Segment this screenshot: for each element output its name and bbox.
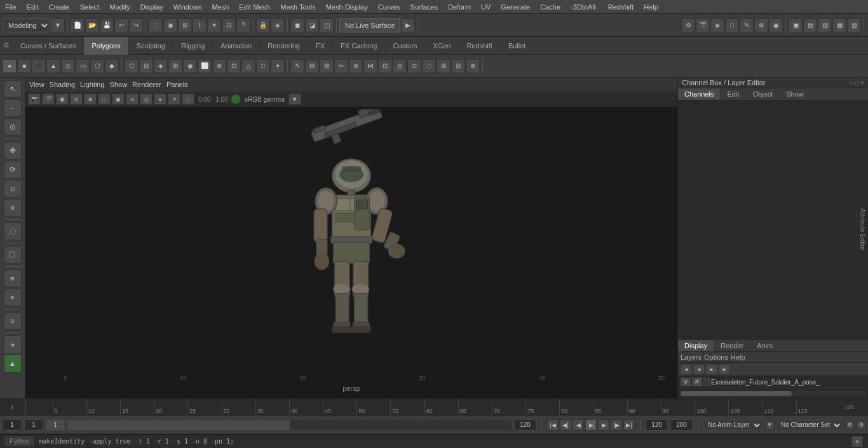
help-label[interactable]: Help [731, 353, 745, 361]
layer-name[interactable]: Exoskeleton_Future_Soldier_A_pose_ [711, 379, 865, 386]
layout-btn1[interactable]: ▣ [789, 18, 803, 32]
menu-help[interactable]: Help [639, 2, 663, 12]
range-out-input[interactable] [646, 419, 668, 431]
character-set-dropdown[interactable]: No Character Set [776, 419, 843, 431]
menu-create[interactable]: Create [44, 2, 75, 12]
pen-tool-btn[interactable]: ✎ [290, 59, 304, 73]
workspace-dropdown[interactable]: Modeling [3, 18, 50, 32]
timeline-tick-30[interactable]: 30 [222, 399, 230, 416]
timeline-tick-40[interactable]: 40 [289, 399, 297, 416]
asset-editor-btn[interactable]: ◉ [769, 18, 783, 32]
relax-btn[interactable]: ◎ [393, 59, 407, 73]
smooth-btn[interactable]: ◈ [154, 59, 168, 73]
live-surface-btn[interactable]: No Live Surface [339, 18, 400, 32]
timeline-tick-85[interactable]: 85 [593, 399, 602, 416]
view-menu[interactable]: View [29, 81, 44, 88]
attribute-editor-label[interactable]: Attribute Editor [857, 205, 868, 254]
menu-surfaces[interactable]: Surfaces [405, 2, 443, 12]
timeline-tick-65[interactable]: 65 [458, 399, 466, 416]
timeline-tick-75[interactable]: 75 [526, 399, 534, 416]
lattice-btn[interactable]: ⊞ [437, 59, 451, 73]
edit-tab[interactable]: Edit [721, 88, 746, 100]
tab-polygons[interactable]: Polygons [84, 37, 128, 55]
play-btn[interactable]: ▶ [585, 419, 597, 431]
display-render-btn[interactable]: ◫ [320, 18, 334, 32]
timeline-tick-110[interactable]: 110 [763, 399, 774, 416]
show-tab[interactable]: Show [780, 88, 811, 100]
menu-curves[interactable]: Curves [373, 2, 405, 12]
options-label[interactable]: Options [704, 353, 728, 361]
reduce-btn[interactable]: ⊡ [227, 59, 241, 73]
offset-edge-btn[interactable]: ⊞ [320, 59, 334, 73]
menu-windows[interactable]: Windows [168, 2, 207, 12]
workspace-menu-btn[interactable]: ▼ [51, 18, 65, 32]
menu-file[interactable]: File [0, 2, 22, 12]
timeline-tick-10[interactable]: 10 [86, 399, 95, 416]
script-editor-btn[interactable]: ≡ [851, 436, 863, 447]
subdivide-btn[interactable]: ⬜ [198, 59, 212, 73]
timeline-tick-25[interactable]: 25 [187, 399, 196, 416]
undo-btn[interactable]: ↩ [114, 18, 128, 32]
shading-menu[interactable]: Shading [50, 81, 75, 88]
channel-box-close-btn[interactable]: × [860, 79, 864, 86]
next-frame-btn[interactable]: ▶ [598, 419, 609, 431]
tab-curves-surfaces[interactable]: Curves / Surfaces [13, 37, 84, 55]
render-settings-btn[interactable]: ⚙ [681, 18, 695, 32]
menu-edit-mesh[interactable]: Edit Mesh [234, 2, 275, 12]
timeline-tick-90[interactable]: 90 [627, 399, 635, 416]
timeline-tick-45[interactable]: 45 [323, 399, 331, 416]
snap-to-point-btn[interactable]: ✦ [207, 18, 221, 32]
visor-btn[interactable]: ⊕ [754, 18, 768, 32]
render-current-btn[interactable]: ◼ [290, 18, 304, 32]
vp-frame-all-btn[interactable]: □ [98, 93, 111, 105]
vp-shadow-btn[interactable]: ◌ [182, 93, 194, 105]
timeline-tick-115[interactable]: 115 [796, 399, 808, 416]
target-weld-btn[interactable]: ⋈ [363, 59, 377, 73]
tab-sculpting[interactable]: Sculpting [129, 37, 173, 55]
marquee-select-btn[interactable]: ☐ [4, 246, 22, 264]
snap-to-grid-btn[interactable]: ⊞ [178, 18, 192, 32]
vp-color-indicator[interactable] [231, 94, 241, 104]
cylinder-btn[interactable]: ⬛ [32, 59, 46, 73]
quadrangulate-btn[interactable]: □ [256, 59, 270, 73]
layer-down-btn[interactable]: ◄ [693, 364, 705, 374]
select-by-component-btn[interactable]: ◉ [163, 18, 177, 32]
timeline-tick-20[interactable]: 20 [154, 399, 162, 416]
vp-camera-btn[interactable]: 📷 [28, 93, 41, 105]
timeline-tick-55[interactable]: 55 [390, 399, 398, 416]
menu-deform[interactable]: Deform [443, 2, 476, 12]
timeline-ruler[interactable]: 5101520253035404550556065707580859095100… [25, 399, 830, 416]
insert-edge-btn[interactable]: ⊟ [305, 59, 319, 73]
menu-display[interactable]: Display [135, 2, 168, 12]
soft-select-btn[interactable]: ◌ [4, 222, 22, 240]
anim-layer-options-btn[interactable]: ▼ [765, 421, 774, 430]
uv-editor-btn[interactable]: □ [725, 18, 739, 32]
boolean-btn[interactable]: ◉ [183, 59, 197, 73]
next-key-btn[interactable]: |▶ [611, 419, 622, 431]
quick-layout-btn[interactable]: ▲ [4, 355, 22, 372]
multi-cut-btn[interactable]: ✂ [334, 59, 348, 73]
select-by-hierarchy-btn[interactable]: ⋮ [149, 18, 163, 32]
vp-wireframe-btn[interactable]: ◎ [140, 93, 153, 105]
sculpt-btn[interactable]: ⊙ [407, 59, 421, 73]
snap-to-together-btn[interactable]: ⊞ [4, 269, 22, 287]
object-tab[interactable]: Object [746, 88, 780, 100]
snap-to-curve-btn[interactable]: ⌇ [193, 18, 207, 32]
tab-redshift[interactable]: Redshift [459, 37, 501, 55]
new-scene-btn[interactable]: 📄 [71, 18, 85, 32]
timeline-tick-5[interactable]: 5 [53, 399, 58, 416]
layout-btn5[interactable]: ▧ [847, 18, 861, 32]
redo-btn[interactable]: ↪ [129, 18, 143, 32]
snap-to-surface-btn[interactable]: ⊡ [222, 18, 236, 32]
highlight-btn[interactable]: ◈ [271, 18, 285, 32]
anim-tab[interactable]: Anim [750, 340, 780, 351]
disc-btn[interactable]: ⬡ [90, 59, 104, 73]
layer-visibility-v[interactable]: V [681, 377, 691, 386]
lighting-menu[interactable]: Lighting [80, 81, 105, 88]
paint-effects-btn[interactable]: ✎ [740, 18, 754, 32]
extrude-btn[interactable]: ⬡ [125, 59, 139, 73]
slide-edge-btn[interactable]: ⊡ [378, 59, 392, 73]
hypershade-btn[interactable]: ◈ [710, 18, 724, 32]
cleanup-btn[interactable]: ✦ [271, 59, 285, 73]
frame-range-input[interactable] [46, 419, 65, 431]
